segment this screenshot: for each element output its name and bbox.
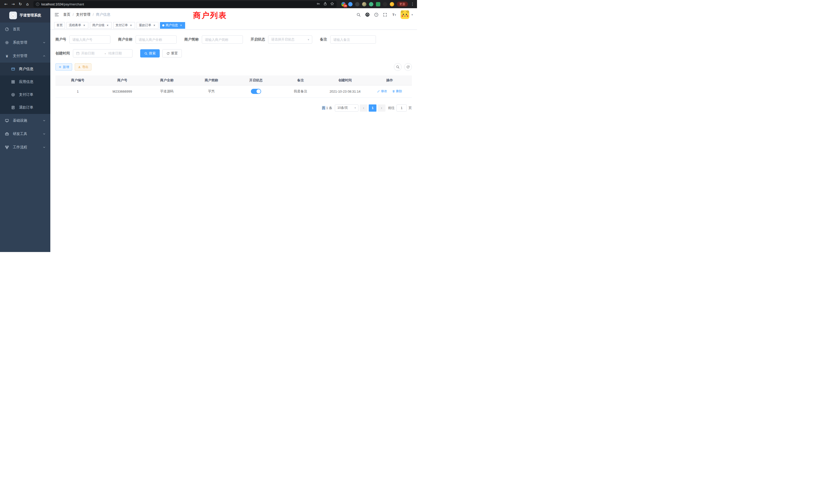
back-button[interactable]: ← — [3, 1, 9, 7]
extension-icon[interactable] — [355, 2, 359, 6]
short-name-field: 商户简称 — [184, 36, 243, 44]
tag-close-icon[interactable]: × — [106, 24, 109, 27]
start-date-placeholder: 开始日期 — [81, 51, 102, 56]
extension-icon[interactable] — [383, 2, 387, 6]
page-number-button[interactable]: 1 — [369, 105, 376, 112]
sidebar-item-system[interactable]: 系统管理 — [0, 36, 50, 49]
merchant-no-input[interactable] — [72, 38, 107, 42]
tag-pay-order[interactable]: 支付订单× — [113, 22, 135, 29]
breadcrumb-item[interactable]: 首页 — [63, 12, 70, 17]
fullscreen-icon[interactable] — [383, 13, 387, 17]
sidebar-item-refund-order[interactable]: 退款订单 — [0, 101, 50, 114]
share-icon[interactable] — [323, 2, 327, 7]
extension-icon[interactable] — [390, 2, 394, 6]
status-toggle[interactable] — [251, 89, 261, 94]
date-range-picker[interactable]: 开始日期 - 结束日期 — [73, 49, 132, 58]
tag-close-icon[interactable]: × — [129, 24, 133, 27]
chevron-down-icon — [43, 41, 46, 44]
tag-process-form[interactable]: 流程表单× — [66, 22, 88, 29]
sidebar-item-payment[interactable]: ¥ 支付管理 — [0, 49, 50, 63]
prev-page-button[interactable]: ‹ — [360, 105, 368, 112]
navbar-actions: ? TT ▾ — [356, 10, 413, 19]
dashboard-icon — [5, 27, 9, 31]
breadcrumb-item[interactable]: 支付管理 — [76, 12, 90, 17]
browser-toolbar: ← → ↻ ⌂ i localhost:1024/pay/merchant 10… — [0, 0, 417, 8]
sidebar-item-devtools[interactable]: 研发工具 — [0, 127, 50, 141]
calendar-icon — [76, 51, 80, 55]
page-annotation: 商户列表 — [193, 10, 227, 21]
status-select[interactable]: 请选择开启状态 ▾ — [268, 36, 312, 44]
sidebar-item-app-info[interactable]: 应用信息 — [0, 75, 50, 88]
refresh-button[interactable] — [404, 63, 412, 71]
app-title: 芋道管理系统 — [20, 13, 41, 18]
table-toolbar: 新增 导出 — [56, 63, 412, 71]
add-button[interactable]: 新增 — [56, 63, 72, 71]
goto-page-input[interactable] — [396, 105, 407, 112]
help-icon[interactable]: ? — [374, 13, 378, 17]
tag-close-icon[interactable]: × — [179, 24, 183, 27]
password-key-icon[interactable] — [316, 2, 320, 7]
table-header-row: 商户编号 商户号 商户全称 商户简称 开启状态 备注 创建时间 操作 — [56, 75, 412, 85]
browser-menu-icon[interactable]: ⋮ — [411, 2, 414, 6]
export-button[interactable]: 导出 — [75, 63, 91, 71]
page-content: 商户号 商户全称 商户简称 开启状态 请选择开启状态 ▾ — [50, 30, 417, 252]
browser-update-button[interactable]: 更新 — [397, 2, 408, 7]
site-info-icon[interactable]: i — [36, 3, 39, 6]
cell-actions: 修改 删除 — [368, 85, 412, 97]
delete-link[interactable]: 删除 — [392, 89, 402, 93]
tag-close-icon[interactable]: × — [83, 24, 86, 27]
caret-down-icon[interactable]: ▾ — [411, 13, 413, 17]
hamburger-icon[interactable] — [54, 12, 59, 17]
tag-home[interactable]: 首页 — [54, 22, 65, 29]
full-name-input[interactable] — [139, 38, 174, 42]
tags-view: 首页 流程表单× 用户分组× 支付订单× 退款订单× 商户信息× — [50, 21, 417, 30]
sidebar-item-label: 应用信息 — [19, 79, 34, 84]
font-size-icon[interactable]: TT — [392, 13, 396, 17]
home-button[interactable]: ⌂ — [24, 1, 31, 7]
search-icon[interactable] — [356, 13, 361, 17]
pay-order-icon — [11, 93, 16, 97]
sidebar-item-infrastructure[interactable]: 基础设施 — [0, 114, 50, 127]
extension-icon[interactable] — [369, 2, 373, 6]
sidebar-item-label: 支付管理 — [13, 54, 27, 58]
tag-user-group[interactable]: 用户分组× — [90, 22, 112, 29]
sidebar-item-merchant-info[interactable]: 商户信息 — [0, 63, 50, 75]
reset-button[interactable]: 重置 — [162, 49, 182, 58]
sidebar-item-workflow[interactable]: 工作流程 — [0, 141, 50, 154]
sidebar-item-pay-order[interactable]: 支付订单 — [0, 88, 50, 101]
address-bar[interactable]: i localhost:1024/pay/merchant — [34, 1, 337, 7]
page-size-select[interactable]: 10条/页 ▾ — [335, 105, 358, 112]
sidebar-item-label: 首页 — [13, 27, 20, 31]
user-avatar[interactable] — [400, 10, 409, 19]
remark-input[interactable] — [333, 38, 373, 42]
pagination-goto: 前往 页 — [388, 105, 412, 112]
cell-status — [234, 85, 278, 97]
search-button[interactable]: 搜索 — [140, 49, 160, 58]
forward-button[interactable]: → — [10, 1, 17, 7]
pagination: 共 1 条 10条/页 ▾ ‹ 1 › 前往 页 — [56, 105, 412, 112]
cell-short-name: 芋艿 — [189, 85, 234, 97]
sidebar-item-home[interactable]: 首页 — [0, 23, 50, 36]
column-header: 备注 — [278, 75, 323, 85]
tag-refund-order[interactable]: 退款订单× — [137, 22, 158, 29]
tag-close-icon[interactable]: × — [153, 24, 156, 27]
column-header: 商户简称 — [189, 75, 234, 85]
document-icon — [11, 106, 16, 110]
app-logo[interactable]: 芋道管理系统 — [0, 8, 50, 23]
bookmark-star-icon[interactable] — [330, 2, 334, 7]
column-header: 商户全称 — [145, 75, 189, 85]
github-icon[interactable] — [365, 12, 370, 17]
short-name-input[interactable] — [205, 38, 240, 42]
reload-button[interactable]: ↻ — [17, 1, 24, 7]
sidebar-item-label: 退款订单 — [19, 105, 34, 110]
cell-merchant-id: 1 — [56, 85, 100, 97]
show-search-toggle-button[interactable] — [394, 63, 401, 71]
tag-merchant-info[interactable]: 商户信息× — [160, 22, 185, 29]
edit-link[interactable]: 修改 — [377, 89, 387, 93]
next-page-button[interactable]: › — [378, 105, 386, 112]
extension-icon[interactable] — [362, 2, 367, 6]
toolbox-icon — [5, 132, 9, 136]
extension-icon[interactable] — [376, 2, 380, 6]
extension-icon[interactable]: 10 — [341, 2, 346, 6]
extension-icon[interactable] — [348, 2, 353, 6]
